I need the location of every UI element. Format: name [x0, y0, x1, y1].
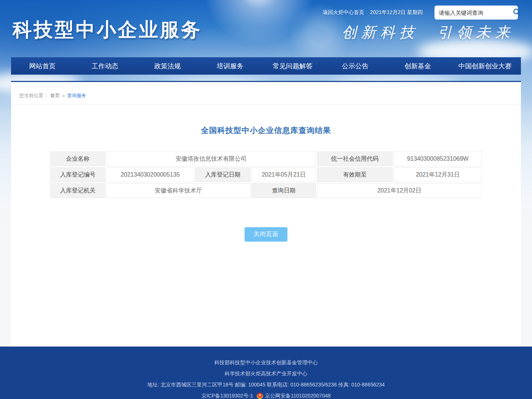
icp-license-link[interactable]: 京ICP备13019302号-1: [201, 393, 253, 399]
reg-date-value: 2021年05月21日: [252, 167, 316, 182]
top-utility-bar: 返回火炬中心首页 2021年12月2日 星期四: [323, 5, 518, 20]
close-page-button[interactable]: 关闭页面: [245, 227, 287, 242]
police-badge-icon: [257, 393, 263, 399]
table-row: 企业名称 安徽塔孜信息技术有限公司 统一社会信用代码 9134030008523…: [50, 151, 482, 166]
footer-beian-line: 京ICP备13019302号-1京公网安备11010202007048: [0, 392, 532, 399]
footer-org-line2: 科学技术部火炬高技术产业开发中心: [0, 370, 532, 377]
search-input[interactable]: [439, 10, 512, 16]
credit-code-value: 91340300085231069W: [394, 151, 482, 166]
breadcrumb-separator: >: [62, 93, 65, 99]
police-registration-link[interactable]: 京公网安备11010202007048: [265, 393, 331, 399]
breadcrumb-divider: [11, 104, 521, 105]
table-row: 入库登记机关 安徽省科学技术厅 查询日期 2021年12月02日: [50, 183, 482, 198]
main-nav: 网站首页 工作动态 政策法规 培训服务 常见问题解答 公示公告 创新基金 中国创…: [11, 57, 521, 75]
search-button[interactable]: [512, 7, 521, 18]
nav-item-faq[interactable]: 常见问题解答: [261, 57, 324, 75]
search-box[interactable]: [434, 6, 518, 20]
valid-until-label: 有效期至: [317, 167, 393, 182]
nav-item-policy[interactable]: 政策法规: [136, 57, 199, 75]
breadcrumb-home-link[interactable]: 首页: [50, 92, 60, 99]
site-slogan: 创新科技 引领未来: [342, 22, 514, 42]
site-title: 科技型中小企业服务: [13, 17, 202, 43]
reg-number-label: 入库登记编号: [50, 167, 105, 182]
nav-item-notices[interactable]: 公示公告: [324, 57, 386, 75]
torch-center-home-link[interactable]: 返回火炬中心首页: [323, 9, 364, 16]
footer: 科技部科技型中小企业技术创新基金管理中心 科学技术部火炬高技术产业开发中心 地址…: [0, 347, 532, 399]
footer-org-line1: 科技部科技型中小企业技术创新基金管理中心: [0, 359, 532, 366]
query-date-label: 查询日期: [252, 183, 316, 198]
reg-agency-label: 入库登记机关: [50, 183, 105, 198]
nav-item-competition[interactable]: 中国创新创业大赛: [449, 57, 521, 75]
reg-date-label: 入库登记日期: [195, 167, 250, 182]
credit-code-label: 统一社会信用代码: [317, 151, 393, 166]
nav-item-news[interactable]: 工作动态: [74, 57, 136, 75]
nav-item-home[interactable]: 网站首页: [11, 57, 74, 75]
reg-number-value: 202134030200005135: [106, 167, 194, 182]
nav-item-fund[interactable]: 创新基金: [386, 57, 449, 75]
breadcrumb: 您当前位置： 首页 > 查询服务: [11, 82, 521, 99]
company-name-value: 安徽塔孜信息技术有限公司: [106, 151, 316, 166]
breadcrumb-prefix: 您当前位置：: [19, 92, 48, 99]
query-date-value: 2021年12月02日: [317, 183, 482, 198]
page-title: 全国科技型中小企业信息库查询结果: [11, 125, 521, 136]
nav-item-training[interactable]: 培训服务: [199, 57, 261, 75]
table-row: 入库登记编号 202134030200005135 入库登记日期 2021年05…: [50, 167, 482, 182]
breadcrumb-current-link[interactable]: 查询服务: [67, 92, 86, 99]
content-panel: 您当前位置： 首页 > 查询服务 全国科技型中小企业信息库查询结果 企业名称 安…: [11, 81, 521, 347]
footer-contact-line: 地址: 北京市西城区三里河二区甲18号 邮编: 100045 联系电话: 010…: [0, 381, 532, 388]
company-name-label: 企业名称: [50, 151, 105, 166]
query-result-table: 企业名称 安徽塔孜信息技术有限公司 统一社会信用代码 9134030008523…: [49, 150, 483, 199]
current-date: 2021年12月2日 星期四: [370, 9, 423, 16]
valid-until-value: 2021年12月31日: [394, 167, 482, 182]
reg-agency-value: 安徽省科学技术厅: [106, 183, 250, 198]
magnifier-icon: [512, 8, 521, 18]
